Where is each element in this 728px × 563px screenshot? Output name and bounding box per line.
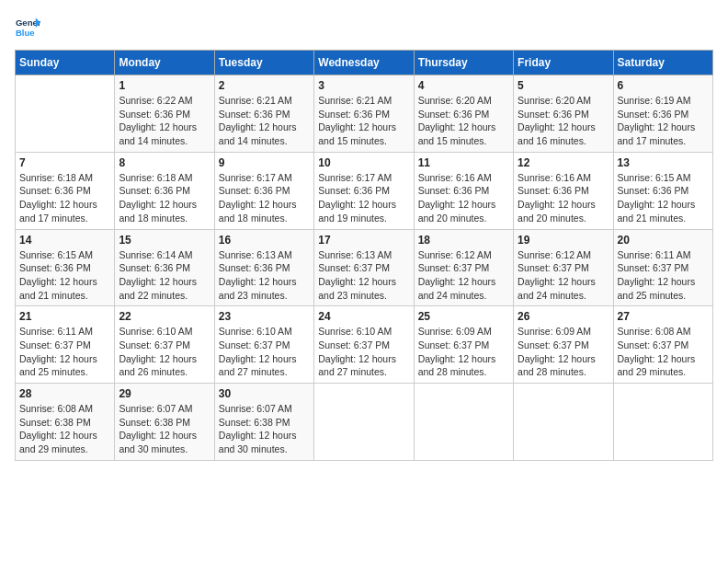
day-info: Sunrise: 6:18 AM Sunset: 6:36 PM Dayligh… [19, 171, 110, 225]
day-number: 14 [19, 234, 110, 247]
day-info: Sunrise: 6:17 AM Sunset: 6:36 PM Dayligh… [318, 171, 409, 225]
calendar-cell: 9Sunrise: 6:17 AM Sunset: 6:36 PM Daylig… [214, 152, 313, 229]
page-header: General Blue [15, 15, 713, 40]
calendar-header-row: SundayMondayTuesdayWednesdayThursdayFrid… [16, 51, 713, 75]
calendar-cell: 29Sunrise: 6:07 AM Sunset: 6:38 PM Dayli… [115, 384, 214, 461]
day-info: Sunrise: 6:15 AM Sunset: 6:36 PM Dayligh… [19, 248, 110, 303]
calendar-cell [16, 75, 115, 153]
day-info: Sunrise: 6:11 AM Sunset: 6:37 PM Dayligh… [19, 325, 110, 379]
day-info: Sunrise: 6:09 AM Sunset: 6:37 PM Dayligh… [518, 325, 609, 379]
calendar-cell: 11Sunrise: 6:16 AM Sunset: 6:36 PM Dayli… [414, 152, 513, 229]
day-number: 2 [219, 79, 310, 92]
day-info: Sunrise: 6:10 AM Sunset: 6:37 PM Dayligh… [318, 325, 409, 379]
header-wednesday: Wednesday [314, 51, 414, 75]
header-thursday: Thursday [414, 51, 513, 75]
calendar-cell: 12Sunrise: 6:16 AM Sunset: 6:36 PM Dayli… [514, 152, 613, 229]
day-number: 29 [119, 387, 210, 400]
day-number: 26 [518, 310, 609, 323]
day-number: 20 [618, 234, 709, 247]
day-number: 7 [19, 156, 110, 169]
calendar-cell: 16Sunrise: 6:13 AM Sunset: 6:36 PM Dayli… [214, 229, 313, 306]
day-info: Sunrise: 6:21 AM Sunset: 6:36 PM Dayligh… [318, 94, 409, 148]
calendar-cell: 18Sunrise: 6:12 AM Sunset: 6:37 PM Dayli… [414, 229, 513, 306]
calendar-cell: 4Sunrise: 6:20 AM Sunset: 6:36 PM Daylig… [414, 75, 513, 153]
calendar-cell [514, 384, 613, 461]
day-number: 27 [618, 310, 709, 323]
logo: General Blue [15, 15, 44, 40]
week-row-3: 14Sunrise: 6:15 AM Sunset: 6:36 PM Dayli… [16, 229, 713, 306]
week-row-5: 28Sunrise: 6:08 AM Sunset: 6:38 PM Dayli… [16, 384, 713, 461]
day-info: Sunrise: 6:08 AM Sunset: 6:37 PM Dayligh… [618, 325, 709, 379]
day-info: Sunrise: 6:20 AM Sunset: 6:36 PM Dayligh… [418, 94, 509, 148]
calendar-cell: 5Sunrise: 6:20 AM Sunset: 6:36 PM Daylig… [514, 75, 613, 153]
calendar-cell: 28Sunrise: 6:08 AM Sunset: 6:38 PM Dayli… [16, 384, 115, 461]
day-info: Sunrise: 6:07 AM Sunset: 6:38 PM Dayligh… [119, 402, 210, 456]
day-number: 10 [318, 156, 409, 169]
week-row-1: 1Sunrise: 6:22 AM Sunset: 6:36 PM Daylig… [16, 75, 713, 153]
day-info: Sunrise: 6:10 AM Sunset: 6:37 PM Dayligh… [119, 325, 210, 379]
calendar-cell: 14Sunrise: 6:15 AM Sunset: 6:36 PM Dayli… [16, 229, 115, 306]
day-number: 17 [318, 234, 409, 247]
day-number: 5 [518, 79, 609, 92]
day-number: 3 [318, 79, 409, 92]
calendar-cell: 22Sunrise: 6:10 AM Sunset: 6:37 PM Dayli… [115, 306, 214, 384]
calendar-cell: 23Sunrise: 6:10 AM Sunset: 6:37 PM Dayli… [214, 306, 313, 384]
day-number: 18 [418, 234, 509, 247]
day-info: Sunrise: 6:08 AM Sunset: 6:38 PM Dayligh… [19, 402, 110, 456]
calendar-cell: 8Sunrise: 6:18 AM Sunset: 6:36 PM Daylig… [115, 152, 214, 229]
day-info: Sunrise: 6:22 AM Sunset: 6:36 PM Dayligh… [119, 94, 210, 148]
day-number: 8 [119, 156, 210, 169]
day-number: 16 [219, 234, 310, 247]
day-number: 1 [119, 79, 210, 92]
calendar-cell: 21Sunrise: 6:11 AM Sunset: 6:37 PM Dayli… [16, 306, 115, 384]
day-number: 11 [418, 156, 509, 169]
calendar-cell: 6Sunrise: 6:19 AM Sunset: 6:36 PM Daylig… [613, 75, 712, 153]
day-number: 23 [219, 310, 310, 323]
calendar-cell: 24Sunrise: 6:10 AM Sunset: 6:37 PM Dayli… [314, 306, 414, 384]
day-number: 28 [19, 387, 110, 400]
day-info: Sunrise: 6:12 AM Sunset: 6:37 PM Dayligh… [418, 248, 509, 303]
day-info: Sunrise: 6:13 AM Sunset: 6:37 PM Dayligh… [318, 248, 409, 303]
calendar-cell [414, 384, 513, 461]
day-number: 19 [518, 234, 609, 247]
day-number: 30 [219, 387, 310, 400]
week-row-2: 7Sunrise: 6:18 AM Sunset: 6:36 PM Daylig… [16, 152, 713, 229]
day-info: Sunrise: 6:21 AM Sunset: 6:36 PM Dayligh… [219, 94, 310, 148]
day-info: Sunrise: 6:12 AM Sunset: 6:37 PM Dayligh… [518, 248, 609, 303]
day-number: 9 [219, 156, 310, 169]
header-friday: Friday [514, 51, 613, 75]
header-sunday: Sunday [16, 51, 115, 75]
calendar-table: SundayMondayTuesdayWednesdayThursdayFrid… [15, 50, 713, 461]
day-number: 4 [418, 79, 509, 92]
logo-icon: General Blue [15, 15, 40, 40]
calendar-cell: 15Sunrise: 6:14 AM Sunset: 6:36 PM Dayli… [115, 229, 214, 306]
day-info: Sunrise: 6:14 AM Sunset: 6:36 PM Dayligh… [119, 248, 210, 303]
day-number: 22 [119, 310, 210, 323]
day-info: Sunrise: 6:10 AM Sunset: 6:37 PM Dayligh… [219, 325, 310, 379]
day-info: Sunrise: 6:19 AM Sunset: 6:36 PM Dayligh… [618, 94, 709, 148]
calendar-cell: 10Sunrise: 6:17 AM Sunset: 6:36 PM Dayli… [314, 152, 414, 229]
week-row-4: 21Sunrise: 6:11 AM Sunset: 6:37 PM Dayli… [16, 306, 713, 384]
day-number: 25 [418, 310, 509, 323]
day-info: Sunrise: 6:17 AM Sunset: 6:36 PM Dayligh… [219, 171, 310, 225]
calendar-cell: 25Sunrise: 6:09 AM Sunset: 6:37 PM Dayli… [414, 306, 513, 384]
day-info: Sunrise: 6:07 AM Sunset: 6:38 PM Dayligh… [219, 402, 310, 456]
day-number: 24 [318, 310, 409, 323]
calendar-cell [314, 384, 414, 461]
calendar-body: 1Sunrise: 6:22 AM Sunset: 6:36 PM Daylig… [16, 75, 713, 461]
calendar-cell [613, 384, 712, 461]
calendar-cell: 30Sunrise: 6:07 AM Sunset: 6:38 PM Dayli… [214, 384, 313, 461]
calendar-cell: 26Sunrise: 6:09 AM Sunset: 6:37 PM Dayli… [514, 306, 613, 384]
calendar-cell: 17Sunrise: 6:13 AM Sunset: 6:37 PM Dayli… [314, 229, 414, 306]
day-info: Sunrise: 6:11 AM Sunset: 6:37 PM Dayligh… [618, 248, 709, 303]
day-info: Sunrise: 6:15 AM Sunset: 6:36 PM Dayligh… [618, 171, 709, 225]
day-number: 15 [119, 234, 210, 247]
day-info: Sunrise: 6:20 AM Sunset: 6:36 PM Dayligh… [518, 94, 609, 148]
calendar-cell: 13Sunrise: 6:15 AM Sunset: 6:36 PM Dayli… [613, 152, 712, 229]
header-tuesday: Tuesday [214, 51, 313, 75]
day-info: Sunrise: 6:09 AM Sunset: 6:37 PM Dayligh… [418, 325, 509, 379]
day-number: 12 [518, 156, 609, 169]
calendar-cell: 2Sunrise: 6:21 AM Sunset: 6:36 PM Daylig… [214, 75, 313, 153]
calendar-cell: 1Sunrise: 6:22 AM Sunset: 6:36 PM Daylig… [115, 75, 214, 153]
day-info: Sunrise: 6:16 AM Sunset: 6:36 PM Dayligh… [418, 171, 509, 225]
